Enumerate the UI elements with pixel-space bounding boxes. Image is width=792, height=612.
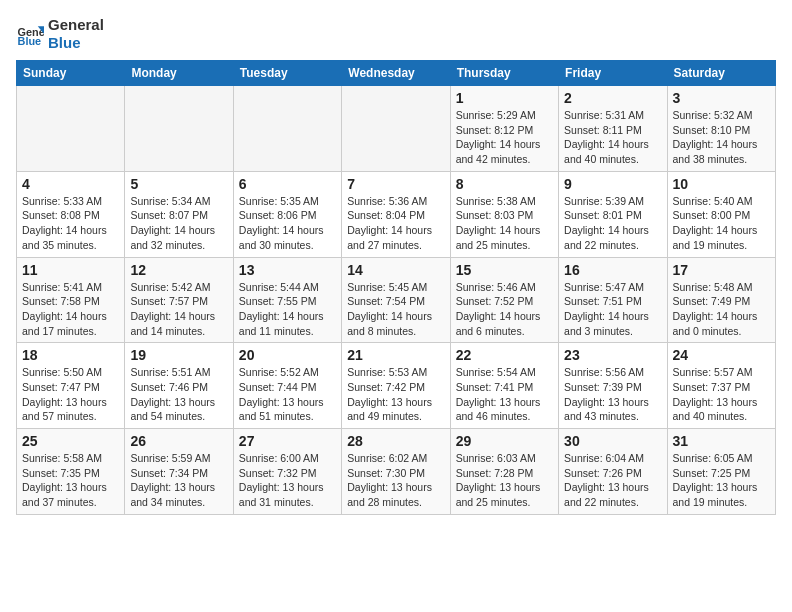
page-header: General Blue General Blue [16, 16, 776, 52]
day-number: 1 [456, 90, 553, 106]
day-info: Sunrise: 6:03 AMSunset: 7:28 PMDaylight:… [456, 451, 553, 510]
calendar-week-row: 1Sunrise: 5:29 AMSunset: 8:12 PMDaylight… [17, 86, 776, 172]
day-info: Sunrise: 5:56 AMSunset: 7:39 PMDaylight:… [564, 365, 661, 424]
day-number: 3 [673, 90, 770, 106]
day-number: 6 [239, 176, 336, 192]
day-number: 11 [22, 262, 119, 278]
calendar-cell: 13Sunrise: 5:44 AMSunset: 7:55 PMDayligh… [233, 257, 341, 343]
day-info: Sunrise: 5:50 AMSunset: 7:47 PMDaylight:… [22, 365, 119, 424]
calendar-cell: 28Sunrise: 6:02 AMSunset: 7:30 PMDayligh… [342, 429, 450, 515]
calendar-cell: 24Sunrise: 5:57 AMSunset: 7:37 PMDayligh… [667, 343, 775, 429]
day-info: Sunrise: 5:52 AMSunset: 7:44 PMDaylight:… [239, 365, 336, 424]
day-number: 23 [564, 347, 661, 363]
day-number: 15 [456, 262, 553, 278]
day-number: 31 [673, 433, 770, 449]
calendar-day-header: Saturday [667, 61, 775, 86]
day-number: 27 [239, 433, 336, 449]
calendar-day-header: Thursday [450, 61, 558, 86]
calendar-cell [233, 86, 341, 172]
day-number: 16 [564, 262, 661, 278]
day-info: Sunrise: 5:32 AMSunset: 8:10 PMDaylight:… [673, 108, 770, 167]
calendar-cell: 27Sunrise: 6:00 AMSunset: 7:32 PMDayligh… [233, 429, 341, 515]
calendar-cell: 25Sunrise: 5:58 AMSunset: 7:35 PMDayligh… [17, 429, 125, 515]
day-number: 10 [673, 176, 770, 192]
day-number: 30 [564, 433, 661, 449]
day-info: Sunrise: 5:29 AMSunset: 8:12 PMDaylight:… [456, 108, 553, 167]
calendar-cell: 5Sunrise: 5:34 AMSunset: 8:07 PMDaylight… [125, 171, 233, 257]
calendar-cell: 6Sunrise: 5:35 AMSunset: 8:06 PMDaylight… [233, 171, 341, 257]
calendar-day-header: Sunday [17, 61, 125, 86]
day-info: Sunrise: 5:54 AMSunset: 7:41 PMDaylight:… [456, 365, 553, 424]
calendar-cell: 2Sunrise: 5:31 AMSunset: 8:11 PMDaylight… [559, 86, 667, 172]
day-info: Sunrise: 5:45 AMSunset: 7:54 PMDaylight:… [347, 280, 444, 339]
day-info: Sunrise: 6:00 AMSunset: 7:32 PMDaylight:… [239, 451, 336, 510]
calendar-cell: 29Sunrise: 6:03 AMSunset: 7:28 PMDayligh… [450, 429, 558, 515]
calendar-cell: 26Sunrise: 5:59 AMSunset: 7:34 PMDayligh… [125, 429, 233, 515]
calendar-week-row: 11Sunrise: 5:41 AMSunset: 7:58 PMDayligh… [17, 257, 776, 343]
calendar-cell: 8Sunrise: 5:38 AMSunset: 8:03 PMDaylight… [450, 171, 558, 257]
day-info: Sunrise: 6:02 AMSunset: 7:30 PMDaylight:… [347, 451, 444, 510]
day-info: Sunrise: 5:59 AMSunset: 7:34 PMDaylight:… [130, 451, 227, 510]
day-number: 8 [456, 176, 553, 192]
day-number: 5 [130, 176, 227, 192]
day-info: Sunrise: 5:38 AMSunset: 8:03 PMDaylight:… [456, 194, 553, 253]
calendar-cell: 16Sunrise: 5:47 AMSunset: 7:51 PMDayligh… [559, 257, 667, 343]
calendar-cell: 15Sunrise: 5:46 AMSunset: 7:52 PMDayligh… [450, 257, 558, 343]
day-info: Sunrise: 5:36 AMSunset: 8:04 PMDaylight:… [347, 194, 444, 253]
calendar-cell: 22Sunrise: 5:54 AMSunset: 7:41 PMDayligh… [450, 343, 558, 429]
day-info: Sunrise: 5:48 AMSunset: 7:49 PMDaylight:… [673, 280, 770, 339]
logo-line2: Blue [48, 34, 104, 52]
calendar-cell: 31Sunrise: 6:05 AMSunset: 7:25 PMDayligh… [667, 429, 775, 515]
day-info: Sunrise: 5:39 AMSunset: 8:01 PMDaylight:… [564, 194, 661, 253]
day-number: 28 [347, 433, 444, 449]
calendar-cell: 9Sunrise: 5:39 AMSunset: 8:01 PMDaylight… [559, 171, 667, 257]
day-info: Sunrise: 5:40 AMSunset: 8:00 PMDaylight:… [673, 194, 770, 253]
calendar-cell: 3Sunrise: 5:32 AMSunset: 8:10 PMDaylight… [667, 86, 775, 172]
day-info: Sunrise: 5:34 AMSunset: 8:07 PMDaylight:… [130, 194, 227, 253]
calendar-cell: 18Sunrise: 5:50 AMSunset: 7:47 PMDayligh… [17, 343, 125, 429]
day-number: 4 [22, 176, 119, 192]
day-number: 14 [347, 262, 444, 278]
calendar-day-header: Monday [125, 61, 233, 86]
calendar-cell: 1Sunrise: 5:29 AMSunset: 8:12 PMDaylight… [450, 86, 558, 172]
day-info: Sunrise: 6:05 AMSunset: 7:25 PMDaylight:… [673, 451, 770, 510]
calendar-cell: 21Sunrise: 5:53 AMSunset: 7:42 PMDayligh… [342, 343, 450, 429]
calendar-week-row: 4Sunrise: 5:33 AMSunset: 8:08 PMDaylight… [17, 171, 776, 257]
calendar-week-row: 18Sunrise: 5:50 AMSunset: 7:47 PMDayligh… [17, 343, 776, 429]
svg-text:Blue: Blue [18, 35, 42, 47]
calendar-cell: 7Sunrise: 5:36 AMSunset: 8:04 PMDaylight… [342, 171, 450, 257]
day-number: 9 [564, 176, 661, 192]
calendar-cell: 30Sunrise: 6:04 AMSunset: 7:26 PMDayligh… [559, 429, 667, 515]
day-number: 12 [130, 262, 227, 278]
day-number: 13 [239, 262, 336, 278]
calendar-cell: 10Sunrise: 5:40 AMSunset: 8:00 PMDayligh… [667, 171, 775, 257]
calendar-cell: 12Sunrise: 5:42 AMSunset: 7:57 PMDayligh… [125, 257, 233, 343]
calendar-day-header: Tuesday [233, 61, 341, 86]
day-number: 20 [239, 347, 336, 363]
day-info: Sunrise: 5:33 AMSunset: 8:08 PMDaylight:… [22, 194, 119, 253]
calendar-cell: 17Sunrise: 5:48 AMSunset: 7:49 PMDayligh… [667, 257, 775, 343]
day-info: Sunrise: 5:51 AMSunset: 7:46 PMDaylight:… [130, 365, 227, 424]
day-info: Sunrise: 5:58 AMSunset: 7:35 PMDaylight:… [22, 451, 119, 510]
logo-icon: General Blue [16, 20, 44, 48]
day-number: 17 [673, 262, 770, 278]
day-number: 25 [22, 433, 119, 449]
day-info: Sunrise: 5:57 AMSunset: 7:37 PMDaylight:… [673, 365, 770, 424]
calendar-day-header: Friday [559, 61, 667, 86]
day-info: Sunrise: 5:42 AMSunset: 7:57 PMDaylight:… [130, 280, 227, 339]
day-number: 19 [130, 347, 227, 363]
day-info: Sunrise: 6:04 AMSunset: 7:26 PMDaylight:… [564, 451, 661, 510]
day-info: Sunrise: 5:44 AMSunset: 7:55 PMDaylight:… [239, 280, 336, 339]
calendar-week-row: 25Sunrise: 5:58 AMSunset: 7:35 PMDayligh… [17, 429, 776, 515]
day-number: 24 [673, 347, 770, 363]
day-number: 2 [564, 90, 661, 106]
day-number: 18 [22, 347, 119, 363]
day-info: Sunrise: 5:31 AMSunset: 8:11 PMDaylight:… [564, 108, 661, 167]
calendar-day-header: Wednesday [342, 61, 450, 86]
calendar-cell [125, 86, 233, 172]
calendar-cell: 23Sunrise: 5:56 AMSunset: 7:39 PMDayligh… [559, 343, 667, 429]
day-number: 21 [347, 347, 444, 363]
day-number: 22 [456, 347, 553, 363]
calendar-cell: 19Sunrise: 5:51 AMSunset: 7:46 PMDayligh… [125, 343, 233, 429]
calendar-cell [342, 86, 450, 172]
